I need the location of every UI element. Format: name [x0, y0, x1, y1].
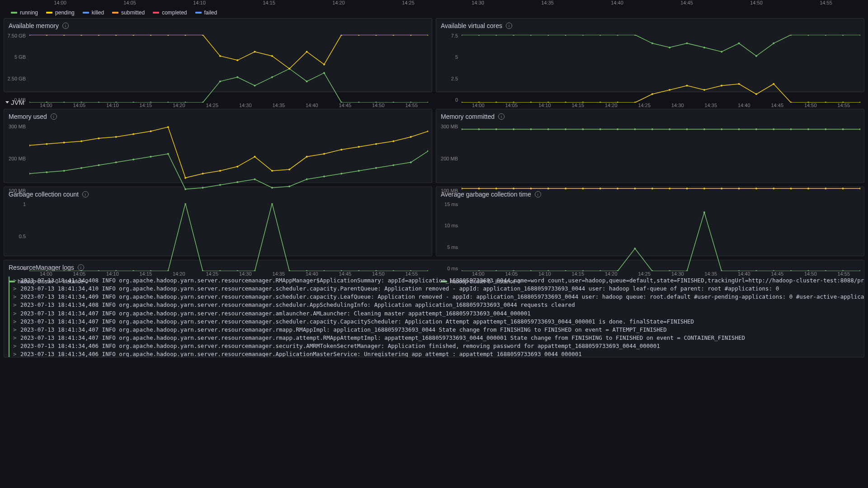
legend-item[interactable]: killed [83, 9, 104, 16]
info-icon[interactable]: i [498, 113, 505, 120]
data-point[interactable] [375, 270, 377, 271]
data-point[interactable] [271, 76, 273, 78]
data-point[interactable] [462, 270, 462, 271]
data-point[interactable] [513, 270, 514, 271]
data-point[interactable] [219, 80, 221, 82]
data-point[interactable] [340, 149, 342, 150]
series-line[interactable] [462, 35, 860, 56]
legend-item[interactable]: failed [195, 9, 217, 16]
data-point[interactable] [738, 83, 740, 85]
data-point[interactable] [375, 35, 377, 36]
data-point[interactable] [582, 35, 584, 36]
data-point[interactable] [513, 102, 514, 103]
data-point[interactable] [859, 102, 860, 103]
legend-item[interactable]: completed [153, 9, 187, 16]
data-point[interactable] [132, 159, 134, 160]
data-point[interactable] [582, 128, 584, 130]
data-point[interactable] [669, 89, 670, 91]
data-point[interactable] [842, 35, 844, 36]
data-point[interactable] [340, 270, 342, 271]
data-point[interactable] [80, 270, 82, 271]
data-point[interactable] [63, 270, 65, 271]
data-point[interactable] [513, 35, 514, 36]
data-point[interactable] [427, 270, 428, 271]
data-point[interactable] [634, 102, 636, 103]
data-point[interactable] [634, 188, 636, 189]
expand-caret-icon[interactable]: > [13, 326, 17, 334]
data-point[interactable] [755, 128, 757, 130]
data-point[interactable] [150, 156, 151, 158]
data-point[interactable] [807, 102, 809, 103]
data-point[interactable] [790, 128, 792, 130]
data-point[interactable] [29, 270, 30, 271]
data-point[interactable] [323, 64, 325, 66]
data-point[interactable] [565, 35, 566, 36]
data-point[interactable] [530, 188, 532, 189]
data-point[interactable] [150, 131, 151, 132]
data-point[interactable] [686, 128, 688, 130]
data-point[interactable] [617, 35, 618, 36]
data-point[interactable] [375, 167, 377, 169]
data-point[interactable] [46, 270, 47, 271]
data-point[interactable] [392, 164, 394, 166]
data-point[interactable] [288, 68, 290, 70]
data-point[interactable] [495, 188, 497, 189]
data-point[interactable] [599, 270, 601, 271]
data-point[interactable] [80, 140, 82, 142]
data-point[interactable] [513, 188, 514, 189]
data-point[interactable] [323, 72, 325, 74]
series-line[interactable] [29, 151, 428, 189]
data-point[interactable] [478, 35, 480, 36]
info-icon[interactable]: i [506, 23, 512, 29]
data-point[interactable] [254, 270, 256, 271]
data-point[interactable] [219, 184, 221, 186]
data-point[interactable] [617, 102, 618, 103]
data-point[interactable] [236, 270, 238, 271]
data-point[interactable] [773, 128, 774, 130]
data-point[interactable] [721, 85, 722, 87]
data-point[interactable] [599, 35, 601, 36]
data-point[interactable] [219, 55, 221, 57]
data-point[interactable] [721, 51, 722, 53]
data-point[interactable] [427, 35, 428, 36]
data-point[interactable] [427, 102, 428, 103]
data-point[interactable] [807, 35, 809, 36]
data-point[interactable] [721, 188, 722, 189]
data-point[interactable] [651, 188, 653, 189]
series-line[interactable] [462, 84, 860, 103]
data-point[interactable] [495, 102, 497, 103]
data-point[interactable] [703, 188, 705, 189]
data-point[interactable] [547, 35, 549, 36]
data-point[interactable] [98, 270, 99, 271]
data-point[interactable] [825, 270, 826, 271]
data-point[interactable] [495, 270, 497, 271]
data-point[interactable] [669, 270, 670, 271]
data-point[interactable] [375, 102, 377, 103]
data-point[interactable] [634, 248, 636, 249]
data-point[interactable] [358, 146, 360, 148]
data-point[interactable] [358, 102, 360, 103]
data-point[interactable] [462, 188, 462, 189]
data-point[interactable] [599, 102, 601, 103]
data-point[interactable] [495, 35, 497, 36]
data-point[interactable] [306, 80, 308, 82]
data-point[interactable] [686, 42, 688, 44]
data-point[interactable] [410, 102, 412, 103]
data-point[interactable] [790, 270, 792, 271]
expand-caret-icon[interactable]: > [13, 277, 17, 285]
data-point[interactable] [323, 176, 325, 178]
data-point[interactable] [98, 35, 99, 36]
data-point[interactable] [530, 128, 532, 130]
legend-item[interactable]: pending [46, 9, 75, 16]
data-point[interactable] [46, 35, 47, 36]
data-point[interactable] [254, 85, 256, 87]
data-point[interactable] [150, 270, 151, 271]
data-point[interactable] [669, 47, 670, 48]
data-point[interactable] [254, 51, 256, 53]
data-point[interactable] [842, 128, 844, 130]
data-point[interactable] [651, 128, 653, 130]
data-point[interactable] [184, 188, 186, 190]
panel-header[interactable]: Available virtual cores i [436, 19, 864, 33]
data-point[interactable] [755, 55, 757, 57]
log-line[interactable]: >2023-07-13 18:41:34,407 INFO org.apache… [9, 326, 859, 334]
